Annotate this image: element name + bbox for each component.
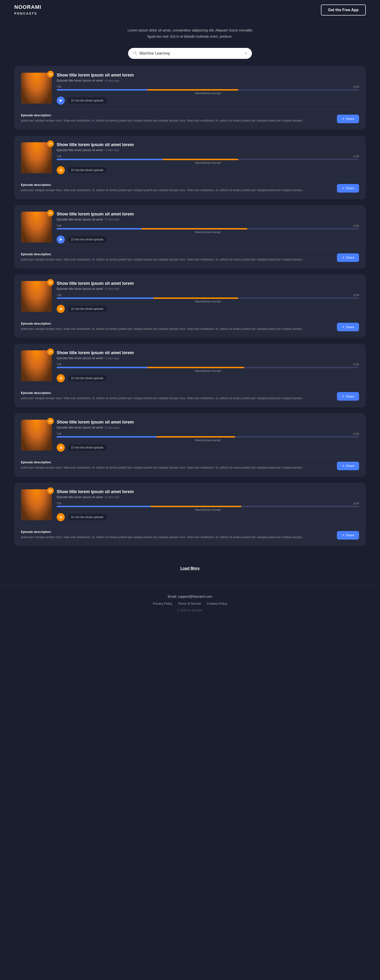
episode-thumbnail [21, 142, 52, 173]
get-app-button[interactable]: Get the Free App [321, 5, 366, 16]
pause-button[interactable] [57, 513, 65, 521]
card-top: 24 Show title lorem ipsum sit amet lorem… [21, 489, 359, 521]
play-icon [60, 99, 62, 102]
cookies-link[interactable]: Cookies Policy [207, 602, 227, 605]
share-button[interactable]: ↗ Share [337, 531, 359, 539]
card-bottom: Episode description: potent per volutpat… [21, 183, 359, 192]
duration-label: 15 min the whole episode [68, 97, 107, 104]
progress-bar[interactable] [57, 89, 359, 91]
share-button[interactable]: ↗ Share [337, 253, 359, 262]
pause-button[interactable] [57, 374, 65, 382]
progress-bar[interactable] [57, 159, 359, 160]
time-end: 11:00 [353, 155, 359, 158]
header: NOORAMI PODCASTS Get the Free App [0, 0, 380, 20]
time-start: 7:00 [57, 502, 61, 505]
load-more-button[interactable]: Load More [180, 566, 200, 571]
show-title: Show title lorem ipsum sit amet lorem [57, 281, 359, 286]
search-icon [133, 51, 137, 56]
progress-bar[interactable] [57, 298, 359, 299]
episode-title: Episode title lorem ipsum sit amet [57, 79, 103, 82]
episode-desc-section: Episode description: potent per volutpat… [21, 460, 332, 470]
episode-desc-section: Episode description: potent per volutpat… [21, 391, 332, 401]
progress-bar[interactable] [57, 436, 359, 438]
time-labels: 7:00 11:00 [57, 502, 359, 505]
episode-title: Episode title lorem ipsum sit amet [57, 218, 103, 221]
episode-title-row: Episode title lorem ipsum sit amet (3 da… [57, 426, 359, 429]
play-button[interactable] [57, 235, 65, 243]
card-top: 24 Show title lorem ipsum sit amet lorem… [21, 281, 359, 313]
card-info: Show title lorem ipsum sit amet lorem Ep… [57, 420, 359, 452]
pause-button[interactable] [57, 305, 65, 313]
episode-title: Episode title lorem ipsum sit amet [57, 287, 103, 291]
share-icon: ↗ [342, 395, 345, 398]
episode-desc-label: Episode description: [21, 460, 332, 464]
card-info: Show title lorem ipsum sit amet lorem Ep… [57, 142, 359, 174]
time-end: 11:00 [353, 433, 359, 435]
player-area: 7:00 11:00 "About Machine learning" [57, 433, 359, 452]
load-more-container: Load More [0, 562, 380, 585]
share-icon: ↗ [342, 325, 345, 329]
progress-bar[interactable] [57, 367, 359, 368]
show-title: Show title lorem ipsum sit amet lorem [57, 73, 359, 78]
episode-desc-label: Episode description: [21, 183, 332, 187]
duration-label: 15 min the whole episode [68, 375, 107, 381]
episode-card: 24 Show title lorem ipsum sit amet lorem… [14, 413, 366, 477]
thumbnail-wrapper: 24 [21, 73, 52, 104]
show-title: Show title lorem ipsum sit amet lorem [57, 489, 359, 494]
episode-card: 24 Show title lorem ipsum sit amet lorem… [14, 135, 366, 199]
pause-button[interactable] [57, 444, 65, 452]
show-title: Show title lorem ipsum sit amet lorem [57, 212, 359, 216]
marker-label: "About Machine learning" [57, 509, 359, 511]
thumbnail-wrapper: 24 [21, 350, 52, 381]
pause-icon [60, 377, 62, 379]
episode-desc-section: Episode description: potent per volutpat… [21, 113, 332, 123]
search-input[interactable] [139, 51, 242, 56]
share-button[interactable]: ↗ Share [337, 323, 359, 331]
player-area: 7:00 11:00 "About Machine learning" [57, 86, 359, 105]
episode-title: Episode title lorem ipsum sit amet [57, 426, 103, 429]
play-button[interactable] [57, 97, 65, 105]
episode-desc-text: potent per volutpat semper risus. Vitae … [21, 396, 332, 401]
episode-date: (3 days ago) [105, 218, 119, 221]
time-labels: 7:00 11:00 [57, 433, 359, 435]
player-controls: 15 min the whole episode [57, 166, 359, 174]
footer-links: Privacy Policy Terms of Service Cookies … [5, 602, 375, 605]
time-start: 7:00 [57, 224, 61, 227]
share-label: Share [346, 186, 354, 190]
progress-bar[interactable] [57, 506, 359, 507]
search-clear-icon[interactable]: × [244, 51, 247, 56]
episode-desc-section: Episode description: potent per volutpat… [21, 252, 332, 262]
share-button[interactable]: ↗ Share [337, 115, 359, 123]
pause-icon [60, 446, 62, 449]
progress-bar[interactable] [57, 228, 359, 229]
player-controls: 15 min the whole episode [57, 513, 359, 521]
player-area: 7:00 11:00 "About Machine learning" [57, 502, 359, 521]
svg-line-1 [136, 54, 137, 55]
logo-podcasts: PODCASTS [14, 12, 37, 15]
terms-link[interactable]: Terms of Service [178, 602, 201, 605]
card-top: 24 Show title lorem ipsum sit amet lorem… [21, 142, 359, 174]
episode-title: Episode title lorem ipsum sit amet [57, 148, 103, 152]
hero-text: Lorem ipsum dolor sit amet, consectetur … [119, 20, 261, 44]
share-button[interactable]: ↗ Share [337, 461, 359, 470]
episode-title-row: Episode title lorem ipsum sit amet (3 da… [57, 356, 359, 360]
episode-desc-section: Episode description: potent per volutpat… [21, 183, 332, 192]
show-title: Show title lorem ipsum sit amet lorem [57, 142, 359, 147]
episode-card: 24 Show title lorem ipsum sit amet lorem… [14, 66, 366, 130]
pause-button[interactable] [57, 166, 65, 174]
thumbnail-wrapper: 24 [21, 281, 52, 312]
player-controls: 15 min the whole episode [57, 235, 359, 243]
episode-thumbnail [21, 420, 52, 451]
episode-badge: 24 [47, 487, 54, 494]
privacy-policy-link[interactable]: Privacy Policy [153, 602, 173, 605]
episode-title-row: Episode title lorem ipsum sit amet (3 da… [57, 287, 359, 291]
time-labels: 7:00 11:00 [57, 155, 359, 158]
share-label: Share [346, 464, 354, 468]
time-labels: 7:00 11:00 [57, 363, 359, 366]
share-button[interactable]: ↗ Share [337, 184, 359, 192]
share-button[interactable]: ↗ Share [337, 392, 359, 401]
player-controls: 15 min the whole episode [57, 97, 359, 105]
footer-copyright: © 2020 by Noorami [5, 609, 375, 612]
episode-thumbnail [21, 281, 52, 312]
episode-desc-label: Episode description: [21, 252, 332, 256]
